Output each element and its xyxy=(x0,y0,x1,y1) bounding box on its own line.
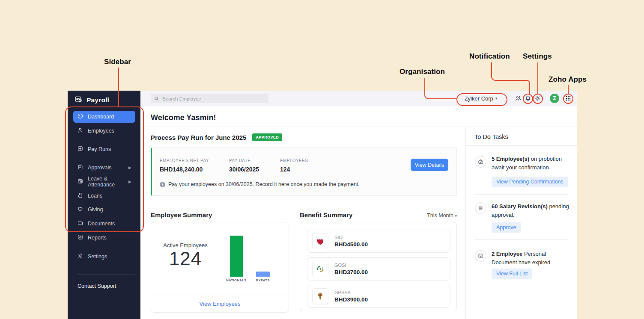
sidebar-item-reports[interactable]: Reports xyxy=(73,232,135,244)
annotation-notification-line-2 xyxy=(526,80,530,95)
todo-title: To Do Tasks xyxy=(474,133,508,140)
probation-check-icon xyxy=(475,156,486,168)
card-footer: View Employees xyxy=(151,295,289,312)
bar-chart-icon xyxy=(77,234,83,242)
annotation-notification-circle xyxy=(523,94,533,104)
benefit-label: SIO xyxy=(334,235,368,240)
annotation-sidebar-label: Sidebar xyxy=(104,58,131,66)
annotation-notification-line xyxy=(491,62,527,81)
benefit-summary-title: Benefit Summary xyxy=(300,211,352,219)
annotation-settings-label: Settings xyxy=(523,52,552,61)
document-expired-icon xyxy=(475,250,486,262)
employee-summary-title: Employee Summary xyxy=(151,211,212,219)
benefit-row-gpssa: GPSSA BHD3900.00 xyxy=(307,285,450,308)
benefit-value: BHD4500.00 xyxy=(334,241,368,248)
active-employees-count: 124 xyxy=(159,248,212,269)
sio-emblem-icon xyxy=(312,233,328,249)
annotation-settings-circle xyxy=(533,94,543,104)
pay-date-field: PAY DATE 30/06/2025 xyxy=(229,158,259,173)
payroll-app-window: Payroll Dashboard Employees Pay Runs App… xyxy=(68,91,577,319)
search-icon xyxy=(154,95,159,103)
todo-panel: To Do Tasks 5 Employee(s) on probotion a… xyxy=(465,127,577,319)
benefit-period-dropdown[interactable]: This Month ▾ xyxy=(413,213,457,219)
field-label: PAY DATE xyxy=(229,158,259,163)
view-details-button[interactable]: View Details xyxy=(411,159,448,171)
avatar-letter: Z xyxy=(553,95,556,101)
benefit-row-gosi: GOSI BHD3700.00 xyxy=(307,257,450,281)
todo-divider xyxy=(474,239,569,240)
sidebar-item-label: Settings xyxy=(88,254,107,260)
view-pending-confirmations-button[interactable]: View Pending Confirmations xyxy=(492,177,568,187)
page-title: Welcome Yasmin! xyxy=(151,113,216,122)
chevron-down-icon: ▾ xyxy=(455,214,457,218)
contact-support-link[interactable]: Contact Support xyxy=(78,283,116,289)
annotation-settings-line xyxy=(537,62,538,94)
view-full-list-button[interactable]: View Full List xyxy=(492,269,532,279)
annotated-screenshot: Payroll Dashboard Employees Pay Runs App… xyxy=(0,0,644,319)
status-badge: APPROVED xyxy=(252,133,282,141)
payroll-logo-icon xyxy=(74,95,83,106)
expats-bar xyxy=(256,272,270,277)
benefit-label: GOSI xyxy=(334,263,368,268)
todo-item-text: 5 Employee(s) on probotion await your co… xyxy=(492,155,571,172)
todo-item-text: 60 Salary Revision(s) pending approval. xyxy=(492,202,571,219)
todo-divider xyxy=(474,194,569,195)
benefit-period-label: This Month xyxy=(427,213,453,219)
sidebar-item-settings[interactable]: Settings xyxy=(73,251,135,263)
search-input[interactable] xyxy=(161,96,265,102)
nationals-legend: NATIONALS xyxy=(221,278,251,282)
sidebar-item-label: Reports xyxy=(88,235,107,241)
topbar: Zylker Corp ▾ Z xyxy=(140,91,577,106)
field-value: BHD148,240.00 xyxy=(160,166,209,173)
info-icon: i xyxy=(160,182,165,187)
approve-button[interactable]: Approve xyxy=(492,222,521,233)
main-content: Welcome Yasmin! Process Pay Run for June… xyxy=(140,106,577,319)
zoho-user-avatar[interactable]: Z xyxy=(550,94,559,103)
annotation-sidebar-box xyxy=(65,106,144,232)
payrun-section-title: Process Pay Run for June 2025 xyxy=(151,134,246,141)
search-box[interactable] xyxy=(151,94,268,103)
annotation-notification-label: Notification xyxy=(469,52,510,61)
app-logo: Payroll xyxy=(74,95,109,106)
benefit-row-sio: SIO BHD4500.00 xyxy=(307,230,450,253)
todo-divider xyxy=(466,145,577,146)
app-title: Payroll xyxy=(86,96,109,104)
field-value: 124 xyxy=(280,166,308,173)
todo-item-text: 2 Employee Personal Document have expire… xyxy=(492,250,571,267)
net-pay-field: EMPLOYEE'S NET PAY BHD148,240.00 xyxy=(160,158,209,173)
benefit-value: BHD3900.00 xyxy=(334,296,368,303)
benefit-summary-card: SIO BHD4500.00 GOSI BHD3700.00 xyxy=(300,222,457,311)
employee-bar-chart xyxy=(224,233,277,277)
gear-icon xyxy=(77,253,83,260)
field-label: EMPLOYEE'S NET PAY xyxy=(160,158,209,163)
employee-summary-card: Active Employees 124 NATIONALS EXPATS Vi… xyxy=(151,222,289,313)
active-employees-label: Active Employees xyxy=(159,242,212,248)
referral-users-icon[interactable] xyxy=(515,95,522,102)
annotation-organisation-line xyxy=(424,78,457,99)
sidebar-divider xyxy=(78,275,135,275)
annotation-sidebar-line xyxy=(118,68,119,107)
coins-icon xyxy=(475,202,486,214)
expats-legend: EXPATS xyxy=(248,278,278,282)
annotation-organisation-oval xyxy=(456,93,507,106)
payment-note: i Pay your employees on 30/06/2025. Reco… xyxy=(160,181,360,187)
todo-divider xyxy=(474,287,569,287)
payment-note-text: Pay your employees on 30/06/2025. Record… xyxy=(168,181,360,187)
field-value: 30/06/2025 xyxy=(229,166,259,173)
annotation-zoho-apps-line xyxy=(568,85,569,94)
benefit-label: GPSSA xyxy=(334,290,368,295)
gosi-emblem-icon xyxy=(312,261,328,277)
field-label: EMPLOYEES xyxy=(280,158,308,163)
nationals-bar xyxy=(230,236,243,277)
annotation-organisation-label: Organisation xyxy=(400,68,445,76)
gpssa-emblem-icon xyxy=(312,288,328,304)
annotation-zoho-apps-circle xyxy=(563,94,573,104)
benefit-value: BHD3700.00 xyxy=(334,269,368,275)
topbar-divider xyxy=(509,95,509,101)
annotation-zoho-apps-label: Zoho Apps xyxy=(549,75,587,84)
employees-field: EMPLOYEES 124 xyxy=(280,158,308,173)
view-employees-link[interactable]: View Employees xyxy=(200,301,241,307)
card-divider xyxy=(217,236,217,277)
payrun-card: EMPLOYEE'S NET PAY BHD148,240.00 PAY DAT… xyxy=(151,148,457,196)
